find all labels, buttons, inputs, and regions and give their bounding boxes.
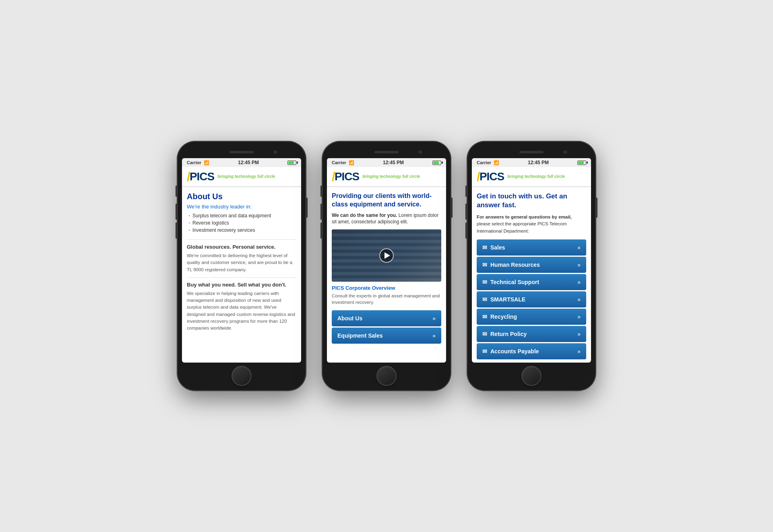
phone-1-status-bar: Carrier 📶 12:45 PM — [182, 158, 301, 167]
about-list: Surplus telecom and data equipment Rever… — [187, 212, 296, 234]
hr-btn-left: ✉ Human Resources — [482, 262, 540, 268]
phone-1-home-button[interactable] — [231, 366, 252, 386]
equipment-sales-nav-arrow: » — [432, 332, 436, 339]
email-icon-hr: ✉ — [482, 262, 487, 268]
return-arrow: » — [577, 331, 581, 337]
tagline-3: bringing technology full circle — [507, 174, 565, 179]
contact-page-scroll[interactable]: Get in touch with us. Get an answer fast… — [472, 187, 591, 363]
recycling-btn-left: ✉ Recycling — [482, 313, 517, 320]
battery-icon — [287, 161, 296, 165]
hr-dept-button[interactable]: ✉ Human Resources » — [477, 257, 586, 273]
list-item-3: Investment recovery services — [187, 227, 296, 234]
equipment-sales-nav-label: Equipment Sales — [337, 332, 383, 339]
phone-1: Carrier 📶 12:45 PM / PICS bringing techn… — [177, 141, 306, 391]
recycling-label: Recycling — [490, 313, 517, 320]
phone-1-top — [182, 146, 301, 158]
email-icon-return: ✉ — [482, 331, 487, 337]
tech-btn-left: ✉ Technical Support — [482, 279, 539, 285]
return-btn-left: ✉ Return Policy — [482, 331, 527, 337]
carrier-label-3: Carrier — [477, 160, 491, 165]
tech-arrow: » — [577, 279, 581, 285]
about-us-nav-arrow: » — [432, 315, 436, 322]
play-button[interactable] — [379, 248, 394, 263]
phone-1-camera — [274, 151, 277, 154]
section1-heading: Global resources. Personal service. — [187, 244, 296, 250]
accounts-payable-dept-button[interactable]: ✉ Accounts Payable » — [477, 343, 586, 359]
section2-text: We specialize in helping leading carrier… — [187, 290, 296, 332]
phones-container: Carrier 📶 12:45 PM / PICS bringing techn… — [177, 141, 596, 391]
return-policy-dept-button[interactable]: ✉ Return Policy » — [477, 326, 586, 342]
phone-1-header: / PICS bringing technology full circle — [182, 167, 301, 187]
phone-2-status-bar: Carrier 📶 12:45 PM — [327, 158, 446, 167]
divider-2 — [187, 277, 296, 278]
tech-label: Technical Support — [490, 279, 539, 285]
tagline-1: bringing technology full circle — [217, 174, 275, 179]
contact-title: Get in touch with us. Get an answer fast… — [477, 192, 586, 210]
phone-1-content: About Us We're the industry leader in: S… — [182, 187, 301, 363]
about-us-nav-label: About Us — [337, 315, 362, 322]
page2-intro: We can do the same for you. Lorem ipsum … — [332, 212, 441, 226]
about-title: About Us — [187, 192, 296, 201]
page2-title: Providing our clients with world-class e… — [332, 192, 441, 209]
recycling-dept-button[interactable]: ✉ Recycling » — [477, 309, 586, 325]
sales-dept-button[interactable]: ✉ Sales » — [477, 239, 586, 256]
video-thumbnail[interactable] — [332, 229, 441, 282]
tech-support-dept-button[interactable]: ✉ Technical Support » — [477, 274, 586, 290]
phone-2-camera — [419, 151, 422, 154]
phone-3-status-bar: Carrier 📶 12:45 PM — [472, 158, 591, 167]
ap-label: Accounts Payable — [490, 348, 539, 355]
logo-text-1: PICS — [190, 171, 214, 182]
phone-3-home-button[interactable] — [521, 366, 542, 386]
smartsale-dept-button[interactable]: ✉ SMARTSALE » — [477, 291, 586, 307]
section2-heading: Buy what you need. Sell what you don't. — [187, 282, 296, 288]
divider-1 — [187, 239, 296, 240]
contact-intro: For answers to general questions by emai… — [477, 214, 586, 235]
phone-2-screen: Carrier 📶 12:45 PM / PICS bringing techn… — [327, 158, 446, 363]
equipment-sales-nav-button[interactable]: Equipment Sales » — [332, 328, 441, 344]
phone-3-top — [472, 146, 591, 158]
phone-2-home-button[interactable] — [376, 366, 397, 386]
phone-2-top — [327, 146, 446, 158]
about-page-scroll[interactable]: About Us We're the industry leader in: S… — [182, 187, 301, 363]
return-label: Return Policy — [490, 331, 527, 337]
video-desc: Consult the experts in global asset mana… — [332, 293, 441, 305]
wifi-icon-3: 📶 — [494, 160, 499, 165]
status-time: 12:45 PM — [238, 160, 259, 165]
battery-icon-3 — [577, 161, 586, 165]
phone-2-header: / PICS bringing technology full circle — [327, 167, 446, 187]
section1-text: We're committed to delivering the highes… — [187, 252, 296, 273]
wifi-icon: 📶 — [204, 160, 209, 165]
phone-1-speaker — [229, 151, 254, 153]
list-item-1: Surplus telecom and data equipment — [187, 212, 296, 219]
logo-text-2: PICS — [335, 171, 359, 182]
about-subtitle: We're the industry leader in: — [187, 204, 296, 210]
contact-intro-bold: For answers to general questions by emai… — [477, 214, 572, 219]
email-icon-ap: ✉ — [482, 348, 487, 355]
sales-btn-left: ✉ Sales — [482, 244, 505, 251]
wifi-icon-2: 📶 — [349, 160, 354, 165]
phone-1-screen: Carrier 📶 12:45 PM / PICS bringing techn… — [182, 158, 301, 363]
smartsale-arrow: » — [577, 296, 581, 303]
page2-intro-bold: We can do the same for you. — [332, 212, 397, 218]
pics-logo-3: / PICS — [477, 170, 504, 183]
sales-arrow: » — [577, 244, 581, 251]
pics-logo-2: / PICS — [332, 170, 359, 183]
video-page-scroll[interactable]: Providing our clients with world-class e… — [327, 187, 446, 363]
hr-arrow: » — [577, 262, 581, 268]
phone-2: Carrier 📶 12:45 PM / PICS bringing techn… — [322, 141, 451, 391]
pics-logo-1: / PICS — [187, 170, 214, 183]
contact-intro-text: please select the appropriate PICS Telec… — [477, 221, 567, 233]
sales-label: Sales — [490, 244, 505, 251]
smartsale-label: SMARTSALE — [490, 296, 525, 303]
tagline-2: bringing technology full circle — [362, 174, 420, 179]
play-triangle-icon — [384, 252, 390, 259]
phone-3-speaker — [519, 151, 544, 153]
phone-2-content: Providing our clients with world-class e… — [327, 187, 446, 363]
phone-3-screen: Carrier 📶 12:45 PM / PICS bringing techn… — [472, 158, 591, 363]
phone-3-content: Get in touch with us. Get an answer fast… — [472, 187, 591, 363]
status-time-3: 12:45 PM — [528, 160, 549, 165]
logo-text-3: PICS — [480, 171, 504, 182]
carrier-label: Carrier — [187, 160, 201, 165]
video-caption: PICS Corporate Overview — [332, 285, 441, 291]
about-us-nav-button[interactable]: About Us » — [332, 310, 441, 326]
